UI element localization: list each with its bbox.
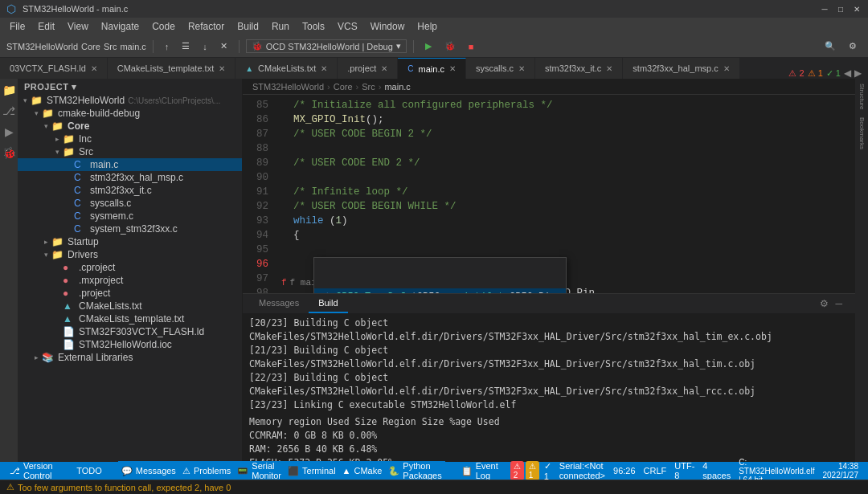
bottom-content[interactable]: [20/23] Building C object CMakeFiles/STM… [243, 313, 855, 462]
search-button[interactable]: 🔍 [820, 39, 841, 53]
status-messages-tab[interactable]: 💬 Messages [118, 466, 179, 476]
activity-debug-icon[interactable]: 🐞 [1, 145, 17, 161]
breadcrumb-root[interactable]: STM32HelloWorld [252, 82, 324, 92]
status-terminal-tab[interactable]: ⬛ Terminal [285, 466, 339, 476]
tree-flash-ld[interactable]: 📄 STM32F303VCTX_FLASH.ld [18, 325, 242, 338]
tab-stm-msp-close[interactable]: ✕ [723, 64, 730, 73]
status-indent[interactable]: 4 spaces [699, 461, 734, 480]
tab-flash-ld[interactable]: 03VCTX_FLASH.ld ✕ [0, 58, 108, 79]
titlebar-controls[interactable]: ─ □ ✕ [820, 4, 862, 14]
tab-cmakelists[interactable]: ▲ CMakeLists.txt ✕ [235, 58, 338, 79]
tree-src[interactable]: ▾ 📁 Src [18, 145, 242, 158]
tab-syscalls-close[interactable]: ✕ [518, 64, 525, 73]
right-bookmarks-icon[interactable]: Bookmarks [858, 114, 866, 153]
tree-syscalls[interactable]: C syscalls.c [18, 197, 242, 210]
stop-button[interactable]: ■ [464, 40, 479, 53]
tab-stm-msp[interactable]: stm32f3xx_hal_msp.c ✕ [623, 58, 739, 79]
right-structure-icon[interactable]: Structure [858, 80, 866, 112]
toolbar-list-button[interactable]: ☰ [177, 39, 194, 53]
activity-project-icon[interactable]: 📁 [1, 82, 17, 98]
close-button[interactable]: ✕ [852, 4, 862, 14]
tab-main-c-close[interactable]: ✕ [449, 64, 456, 73]
menu-file[interactable]: File [3, 19, 31, 34]
tree-main-c[interactable]: C main.c [18, 158, 242, 171]
tab-nav-left[interactable]: ◀ [844, 67, 851, 79]
menu-vcs[interactable]: VCS [331, 19, 364, 34]
menu-code[interactable]: Code [145, 19, 182, 34]
tree-system-stm[interactable]: C system_stm32f3xx.c [18, 223, 242, 235]
tab-flash-ld-label: 03VCTX_FLASH.ld [10, 63, 86, 73]
status-cursor[interactable]: 96:26 [610, 466, 639, 476]
status-encoding[interactable]: UTF-8 [671, 461, 698, 480]
tab-main-c[interactable]: C main.c ✕ [398, 58, 466, 79]
autocomplete-popup[interactable]: ⬡ GPIO_TypeDef *GPIOx, uint16_t GPIO_Pin [313, 257, 567, 293]
toolbar-close-x-button[interactable]: ✕ [215, 39, 232, 53]
debug-run-button[interactable]: 🐞 [440, 39, 461, 53]
tab-build[interactable]: Build [309, 294, 347, 313]
tab-project-close[interactable]: ✕ [381, 64, 387, 73]
status-version-control[interactable]: ⎇ Version Control [6, 461, 67, 480]
activity-run-icon[interactable]: ▶ [1, 124, 17, 140]
tab-cmake-template-close[interactable]: ✕ [219, 64, 225, 73]
breadcrumb-file[interactable]: main.c [384, 82, 410, 92]
tree-root[interactable]: ▾ 📁 STM32HelloWorld C:\Users\CLionProjec… [18, 94, 242, 107]
tab-stm-it-close[interactable]: ✕ [606, 64, 612, 73]
breadcrumb-src[interactable]: Src [362, 82, 375, 92]
status-serial-monitor-tab[interactable]: 📟 Serial Monitor [234, 461, 285, 480]
tree-cmakelists[interactable]: ▲ CMakeLists.txt [18, 300, 242, 312]
status-event-log[interactable]: 📋 Event Log [458, 461, 504, 480]
status-cmake-tab[interactable]: ▲ CMake [339, 466, 386, 476]
tab-messages[interactable]: Messages [249, 294, 309, 313]
tree-startup[interactable]: ▸ 📁 Startup [18, 235, 242, 248]
activity-commit-icon[interactable]: ⎇ [1, 103, 17, 119]
tree-dot-project[interactable]: ● .project [18, 287, 242, 300]
code-content[interactable]: /* Initialize all configured peripherals… [275, 95, 845, 293]
bottom-gear-icon[interactable]: ⚙ [820, 298, 829, 309]
menu-build[interactable]: Build [231, 19, 265, 34]
autocomplete-item-selected[interactable]: ⬡ GPIO_TypeDef *GPIOx, uint16_t GPIO_Pin [314, 288, 566, 293]
tab-cmakelists-close[interactable]: ✕ [321, 64, 327, 73]
tab-cmake-template[interactable]: CMakeLists_template.txt ✕ [108, 58, 235, 79]
status-python-tab[interactable]: 🐍 Python Packages [385, 461, 444, 480]
debug-config-dropdown[interactable]: 🐞 OCD STM32HelloWorld | Debug ▾ [246, 39, 407, 53]
menu-help[interactable]: Help [411, 19, 444, 34]
tree-cmake-build[interactable]: ▾ 📁 cmake-build-debug [18, 107, 242, 120]
bottom-minimize-icon[interactable]: ─ [835, 298, 842, 309]
maximize-button[interactable]: □ [836, 4, 845, 14]
tab-flash-ld-close[interactable]: ✕ [91, 64, 97, 73]
tree-hal-msp[interactable]: C stm32f3xx_hal_msp.c [18, 171, 242, 184]
menu-refactor[interactable]: Refactor [182, 19, 231, 34]
minimize-button[interactable]: ─ [820, 4, 829, 14]
menu-navigate[interactable]: Navigate [95, 19, 145, 34]
tab-syscalls[interactable]: syscalls.c ✕ [466, 58, 535, 79]
toolbar-down-button[interactable]: ↓ [198, 40, 212, 53]
tree-core[interactable]: ▾ 📁 Core [18, 120, 242, 133]
breadcrumb-core[interactable]: Core [334, 82, 353, 92]
code-editor[interactable]: 85 86 87 88 89 90 91 92 93 94 95 96 97 9… [243, 95, 855, 293]
tab-project[interactable]: .project ✕ [338, 58, 398, 79]
status-problems-tab[interactable]: ⚠ Problems [179, 466, 234, 476]
status-todo[interactable]: TODO [73, 466, 105, 476]
tree-external-libs[interactable]: ▸ 📚 External Libraries [18, 351, 242, 364]
tree-ioc[interactable]: 📄 STM32HelloWorld.ioc [18, 338, 242, 351]
menu-view[interactable]: View [61, 19, 95, 34]
tree-cmake-template[interactable]: ▲ CMakeLists_template.txt [18, 312, 242, 325]
menu-tools[interactable]: Tools [296, 19, 331, 34]
tree-mxproject[interactable]: ● .mxproject [18, 274, 242, 287]
tab-nav-right[interactable]: ▶ [854, 67, 862, 79]
tree-inc[interactable]: ▸ 📁 Inc [18, 133, 242, 145]
status-crlf[interactable]: CRLF [641, 466, 670, 476]
menu-edit[interactable]: Edit [31, 19, 61, 34]
menu-window[interactable]: Window [364, 19, 411, 34]
tab-stm-it[interactable]: stm32f3xx_it.c ✕ [535, 58, 623, 79]
status-serial[interactable]: Serial:<Not connected> [556, 461, 608, 480]
toolbar-up-button[interactable]: ↑ [160, 40, 174, 53]
menu-run[interactable]: Run [265, 19, 296, 34]
tree-it-c[interactable]: C stm32f3xx_it.c [18, 184, 242, 197]
tree-cproject[interactable]: ● .cproject [18, 261, 242, 274]
file-tree: ▾ 📁 STM32HelloWorld C:\Users\CLionProjec… [18, 94, 242, 462]
tree-drivers[interactable]: ▾ 📁 Drivers [18, 248, 242, 261]
tree-sysmem[interactable]: C sysmem.c [18, 210, 242, 223]
settings-button[interactable]: ⚙ [844, 39, 862, 53]
run-button[interactable]: ▶ [420, 39, 436, 53]
